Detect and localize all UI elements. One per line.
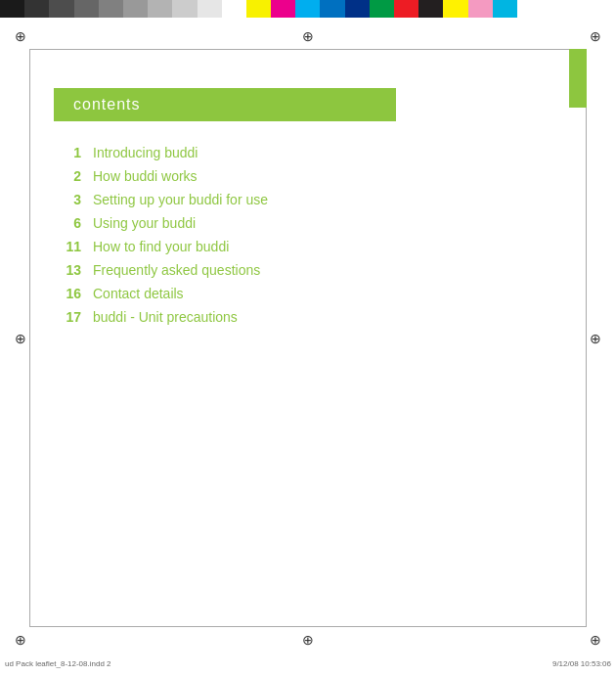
border-bottom [29,626,587,627]
reg-mark-left [12,330,29,347]
toc-number: 3 [54,192,81,207]
color-bar [0,0,616,18]
border-left [29,49,30,627]
reg-mark-top-center [299,27,317,45]
toc-item: 3Setting up your buddi for use [54,192,562,207]
toc-number: 17 [54,309,81,325]
color-bar-segment [148,0,172,18]
reg-mark-bottom-left [12,631,29,649]
reg-mark-bottom-center [299,631,317,649]
toc-item: 16Contact details [54,286,562,301]
contents-title: contents [73,96,140,113]
color-bar-segment [222,0,246,18]
color-bar-segment [295,0,320,18]
toc-item: 11How to find your buddi [54,239,562,254]
color-bar-segment [394,0,418,18]
color-bar-segment [468,0,493,18]
toc-text: Contact details [93,286,184,301]
toc-text: Using your buddi [93,215,196,231]
toc-text: How to find your buddi [93,239,229,254]
reg-mark-right [587,330,604,347]
toc-list: 1Introducing buddi2How buddi works3Setti… [54,145,562,325]
color-bar-segment [74,0,99,18]
toc-number: 11 [54,239,81,254]
color-bar-segment [320,0,344,18]
color-bar-segment [345,0,370,18]
main-content: contents 1Introducing buddi2How buddi wo… [54,88,562,617]
color-bar-segment [493,0,517,18]
footer-right: 9/12/08 10:53:06 [552,659,611,668]
color-bar-segment [123,0,148,18]
toc-item: 2How buddi works [54,168,562,184]
color-bar-segment [24,0,49,18]
color-bar-segment [443,0,467,18]
color-bar-segment [271,0,295,18]
reg-mark-top-left [12,27,29,45]
toc-number: 6 [54,215,81,231]
color-bar-segment [49,0,73,18]
color-bar-segment [246,0,271,18]
color-bar-segment [0,0,24,18]
toc-text: Frequently asked questions [93,262,260,278]
color-bar-segment [99,0,123,18]
toc-item: 6Using your buddi [54,215,562,231]
color-bar-segment [198,0,222,18]
contents-header: contents [54,88,396,121]
green-accent-bar [569,49,587,108]
toc-item: 1Introducing buddi [54,145,562,160]
color-bar-segment [418,0,443,18]
reg-mark-bottom-right [587,631,604,649]
toc-text: Setting up your buddi for use [93,192,268,207]
toc-number: 2 [54,168,81,184]
border-right [586,49,587,627]
border-top [29,49,587,50]
color-bar-segment [370,0,394,18]
toc-item: 13Frequently asked questions [54,262,562,278]
toc-item: 17buddi - Unit precautions [54,309,562,325]
footer: ud Pack leaflet_8-12-08.indd 2 9/12/08 1… [0,659,616,668]
color-bar-segment [172,0,197,18]
toc-text: How buddi works [93,168,198,184]
reg-mark-top-right [587,27,604,45]
footer-left: ud Pack leaflet_8-12-08.indd 2 [5,659,111,668]
toc-number: 16 [54,286,81,301]
toc-text: Introducing buddi [93,145,198,160]
toc-text: buddi - Unit precautions [93,309,238,325]
toc-number: 13 [54,262,81,278]
toc-number: 1 [54,145,81,160]
